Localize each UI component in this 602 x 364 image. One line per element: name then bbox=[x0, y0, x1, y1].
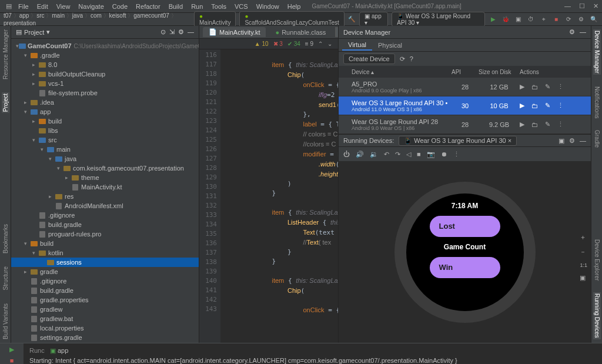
menu-window[interactable]: Window bbox=[252, 2, 283, 11]
device-edit-icon[interactable]: ✎ bbox=[545, 83, 550, 91]
tree-item[interactable]: ▾kotlin bbox=[11, 248, 199, 258]
run-icon[interactable]: ▶ bbox=[489, 14, 497, 25]
breadcrumb-item[interactable]: keisoft bbox=[109, 12, 126, 19]
rd-hide-icon[interactable]: — bbox=[580, 137, 586, 145]
emu-more-icon[interactable]: ⋮ bbox=[453, 151, 460, 158]
breadcrumb-item[interactable]: t07 bbox=[4, 12, 12, 19]
tree-item[interactable]: ▾src bbox=[11, 135, 199, 145]
run-config-device[interactable]: 📱 Wear OS 3 Large Round API 30 ▾ bbox=[392, 12, 485, 27]
tree-item[interactable]: gradle.properties bbox=[11, 295, 199, 305]
project-tree[interactable]: ▾ GameCount07C:\Users\kashima\AndroidStu… bbox=[11, 39, 199, 343]
stop-icon[interactable]: ■ bbox=[551, 14, 560, 25]
tree-item[interactable]: ▸gradle bbox=[11, 267, 199, 276]
device-edit-icon[interactable]: ✎ bbox=[545, 121, 550, 128]
menu-refactor[interactable]: Refactor bbox=[132, 2, 165, 11]
tree-item[interactable]: gradlew.bat bbox=[11, 314, 199, 323]
attach-icon[interactable]: ⌖ bbox=[539, 14, 548, 25]
tree-item[interactable]: ▸vcs-1 bbox=[11, 79, 199, 88]
breadcrumb-item[interactable]: java bbox=[72, 12, 83, 19]
run-output[interactable]: Runc ▣ app Starting: Intent { act=androi… bbox=[24, 343, 602, 364]
rail-build-variants[interactable]: Build Variants bbox=[2, 303, 9, 339]
hide-icon[interactable]: — bbox=[188, 28, 194, 36]
tree-item[interactable]: ▾.gradle bbox=[11, 51, 199, 60]
tree-item[interactable]: proguard-rules.pro bbox=[11, 229, 199, 239]
settings-icon[interactable]: ⚙ bbox=[577, 14, 586, 25]
tree-item[interactable]: gradlew bbox=[11, 305, 199, 314]
create-device-button[interactable]: Create Device bbox=[343, 54, 395, 64]
menu-edit[interactable]: Edit bbox=[33, 2, 52, 11]
breadcrumb-item[interactable]: app bbox=[19, 12, 29, 19]
emu-record-icon[interactable]: ⏺ bbox=[441, 151, 447, 158]
menu-navigate[interactable]: Navigate bbox=[74, 2, 108, 11]
run-config-app[interactable]: ▣ app ▾ bbox=[359, 12, 388, 27]
tree-item[interactable]: ▾com.keisoft.gamecount07.presentation bbox=[11, 163, 199, 173]
tree-item[interactable]: .gitignore bbox=[11, 211, 199, 220]
rail-device-explorer[interactable]: Device Explorer bbox=[594, 239, 600, 281]
emu-screenshot-icon[interactable]: 📷 bbox=[427, 151, 435, 158]
rail-device-manager[interactable]: Device Manager bbox=[593, 29, 601, 75]
tree-item[interactable]: ▸build bbox=[11, 116, 199, 126]
emu-back-icon[interactable]: ◁ bbox=[406, 151, 411, 158]
rail-notifications[interactable]: Notifications bbox=[594, 86, 600, 118]
watch-face[interactable]: 7:18 AM Lost Game Count Win bbox=[406, 193, 524, 311]
code-editor[interactable]: 116 117 118 119 120 121 122 123 124 125 … bbox=[199, 49, 338, 343]
dm-gear-icon[interactable]: ⚙ bbox=[569, 28, 575, 36]
emu-rotate-left-icon[interactable]: ↶ bbox=[384, 151, 389, 158]
select-open-file-icon[interactable]: ⊙ bbox=[160, 28, 166, 36]
breadcrumb-item[interactable]: main bbox=[52, 12, 65, 19]
editor-problems-summary[interactable]: ▲ 10 ✖ 3 ✔ 34 ≡ 9 ⌃⌄ bbox=[199, 39, 338, 49]
tree-item[interactable]: .gitignore bbox=[11, 276, 199, 286]
zoom-actual-icon[interactable]: ▣ bbox=[580, 273, 587, 281]
chip-lost[interactable]: Lost bbox=[430, 216, 500, 237]
tree-item[interactable]: ▸theme bbox=[11, 173, 199, 182]
emu-volup-icon[interactable]: 🔊 bbox=[356, 151, 364, 158]
device-tab-physical[interactable]: Physical bbox=[372, 41, 408, 50]
dm-hide-icon[interactable]: — bbox=[580, 28, 586, 36]
rd-more-icon[interactable]: ▣ bbox=[558, 137, 564, 145]
menu-view[interactable]: View bbox=[52, 2, 75, 11]
rail-gradle[interactable]: Gradle bbox=[594, 130, 600, 148]
zoom-fit-icon[interactable]: 1:1 bbox=[580, 262, 587, 268]
device-run-icon[interactable]: ▶ bbox=[520, 121, 524, 128]
rd-gear-icon[interactable]: ⚙ bbox=[569, 137, 575, 145]
device-more-icon[interactable]: ⋮ bbox=[557, 121, 564, 128]
editor-tab-runnable[interactable]: ● Runnable.class bbox=[269, 28, 332, 37]
tree-item[interactable]: settings.gradle bbox=[11, 333, 199, 342]
device-run-icon[interactable]: ▶ bbox=[520, 83, 524, 91]
collapse-icon[interactable]: ⚙ bbox=[178, 28, 184, 36]
running-device-tab[interactable]: 📱 Wear OS 3 Large Round API 30 × bbox=[399, 136, 517, 146]
tree-item[interactable]: AndroidManifest.xml bbox=[11, 201, 199, 211]
chip-win[interactable]: Win bbox=[430, 257, 500, 278]
device-row[interactable]: A5_PROAndroid 9.0 Google Play | x862812 … bbox=[339, 78, 591, 96]
breadcrumb-item[interactable]: src bbox=[36, 12, 44, 19]
profile-icon[interactable]: ⏱ bbox=[527, 14, 536, 25]
nav-tab-scaffold[interactable]: ● ScaffoldAndScalingLazyColumnTest bbox=[239, 11, 344, 28]
run-rerun-icon[interactable]: ▶ bbox=[9, 346, 14, 353]
device-row[interactable]: Wear OS 3 Large Round API 30 •Android 11… bbox=[339, 96, 591, 115]
coverage-icon[interactable]: ▣ bbox=[514, 14, 523, 25]
tree-item[interactable]: ▸buildOutputCleanup bbox=[11, 69, 199, 79]
tree-root[interactable]: ▾ GameCount07C:\Users\kashima\AndroidStu… bbox=[11, 41, 199, 51]
editor-tab-mainactivity[interactable]: 📄 MainActivity.kt bbox=[203, 27, 266, 37]
expand-all-icon[interactable]: ⇲ bbox=[169, 28, 175, 36]
sync-icon[interactable]: ⟳ bbox=[564, 14, 573, 25]
rail-structure[interactable]: Structure bbox=[2, 266, 9, 290]
minimize-icon[interactable]: — bbox=[564, 2, 571, 10]
menu-vcs[interactable]: VCS bbox=[230, 2, 252, 11]
zoom-in-icon[interactable]: ＋ bbox=[580, 232, 587, 241]
emu-rotate-right-icon[interactable]: ↷ bbox=[395, 151, 400, 158]
run-stop-icon[interactable]: ■ bbox=[10, 357, 14, 364]
menu-file[interactable]: File bbox=[14, 2, 33, 11]
tree-item[interactable]: ▾java bbox=[11, 154, 199, 163]
device-folder-icon[interactable]: 🗀 bbox=[531, 102, 538, 109]
tree-item[interactable]: ▾main bbox=[11, 145, 199, 154]
tree-item[interactable]: MainActivity.kt bbox=[11, 182, 199, 192]
refresh-icon[interactable]: ⟳ bbox=[400, 55, 405, 63]
rail-running-devices[interactable]: Running Devices bbox=[593, 292, 601, 339]
close-icon[interactable]: ✕ bbox=[593, 2, 598, 10]
tree-item[interactable]: ▸8.0 bbox=[11, 60, 199, 69]
tree-item[interactable]: build.gradle bbox=[11, 286, 199, 295]
build-icon[interactable]: 🔨 bbox=[347, 14, 356, 25]
device-more-icon[interactable]: ⋮ bbox=[557, 83, 564, 91]
tree-item[interactable]: ▾build bbox=[11, 239, 199, 248]
